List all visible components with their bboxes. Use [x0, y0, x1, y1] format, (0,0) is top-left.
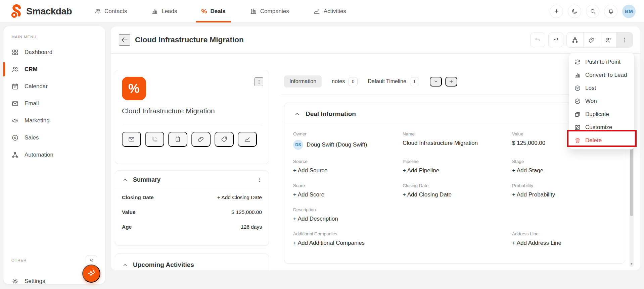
sidebar-collapse-button[interactable]: [86, 255, 97, 265]
deal-information-title: Deal Information: [306, 110, 356, 118]
undo-button[interactable]: [530, 33, 545, 47]
brand-logo[interactable]: Smackdab: [10, 4, 72, 18]
chevrons-left-icon: [89, 257, 94, 263]
nav-companies-label: Companies: [260, 8, 289, 15]
network-icon: [11, 151, 19, 159]
search-button[interactable]: [586, 5, 599, 18]
nav-deals-label: Deals: [210, 8, 225, 15]
sync-icon: [574, 59, 581, 65]
field-label: Pipeline: [403, 159, 507, 164]
activities-icon: [313, 8, 320, 15]
chart-action-button[interactable]: [238, 132, 257, 147]
add-button[interactable]: [550, 5, 563, 18]
notes-action-button[interactable]: [168, 132, 187, 147]
add-pipeline-link[interactable]: + Add Pipeline: [403, 167, 507, 174]
chevron-down-icon: [433, 79, 439, 84]
user-avatar[interactable]: BM: [622, 5, 636, 18]
add-stage-link[interactable]: + Add Stage: [512, 167, 616, 174]
menu-item-won[interactable]: Won: [569, 95, 634, 108]
attach-button[interactable]: [583, 33, 600, 47]
divider: [122, 126, 262, 126]
more-actions-button[interactable]: [616, 33, 633, 47]
collapse-section-icon[interactable]: [122, 177, 128, 183]
menu-item-delete[interactable]: Delete: [569, 134, 634, 147]
field-probability: Probability + Add Probability: [512, 183, 616, 198]
scrollbar-thumb[interactable]: [630, 148, 633, 216]
field-label: Name: [403, 131, 507, 136]
dark-mode-button[interactable]: [568, 5, 581, 18]
sidebar-item-calendar[interactable]: 12 Calendar: [11, 78, 97, 95]
field-label: Stage: [512, 159, 616, 164]
menu-item-label: Won: [585, 98, 597, 105]
add-source-link[interactable]: + Add Source: [293, 167, 397, 174]
menu-item-lost[interactable]: Lost: [569, 81, 634, 95]
field-address-line: Address Line + Add Address Line: [512, 231, 616, 246]
menu-item-label: Push to iPoint: [585, 59, 620, 65]
people-icon: [11, 66, 19, 73]
email-action-button[interactable]: [122, 132, 141, 147]
add-probability-link[interactable]: + Add Probability: [512, 191, 616, 198]
menu-item-duplicate[interactable]: Duplicate: [569, 108, 634, 121]
notifications-button[interactable]: [604, 5, 617, 18]
tab-notes[interactable]: notes 0: [332, 77, 358, 86]
sidebar-item-label: Dashboard: [25, 49, 52, 56]
scrollbar-down-arrow[interactable]: ▼: [630, 262, 634, 266]
sidebar-item-crm[interactable]: CRM: [11, 61, 97, 78]
ai-assistant-fab[interactable]: [82, 265, 100, 283]
notepad-icon: [174, 136, 181, 143]
sidebar-item-marketing[interactable]: Marketing: [11, 112, 97, 129]
add-closing-date-link[interactable]: + Add Closing Date: [403, 191, 507, 198]
field-pipeline: Pipeline + Add Pipeline: [403, 159, 507, 174]
add-address-line-link[interactable]: + Add Address Line: [512, 240, 616, 246]
hierarchy-button[interactable]: [567, 33, 583, 47]
nav-contacts[interactable]: Contacts: [93, 0, 128, 22]
attachment-action-button[interactable]: [191, 132, 211, 147]
add-score-link[interactable]: + Add Score: [293, 191, 397, 198]
add-person-button[interactable]: [600, 33, 616, 47]
tag-action-button[interactable]: [215, 132, 234, 147]
gear-icon: [11, 278, 19, 285]
collapse-section-icon[interactable]: [122, 262, 128, 268]
redo-button[interactable]: [548, 33, 563, 47]
add-description-link[interactable]: + Add Description: [293, 216, 397, 222]
nav-leads[interactable]: Leads: [150, 0, 178, 22]
add-closing-date-link[interactable]: + Add Closing Date: [217, 194, 262, 200]
nav-companies[interactable]: Companies: [248, 0, 290, 22]
redo-icon: [552, 37, 559, 44]
nav-activities[interactable]: Activities: [312, 0, 348, 22]
field-label: Closing Date: [403, 183, 507, 188]
nav-deals[interactable]: % Deals: [200, 0, 227, 22]
tabs-dropdown-button[interactable]: [430, 77, 442, 86]
paperclip-icon: [197, 136, 204, 143]
add-additional-companies-link[interactable]: + Add Additional Companies: [293, 240, 397, 246]
page-title: Cloud Infrastructure Migration: [135, 36, 244, 44]
back-button[interactable]: [119, 34, 130, 46]
sidebar-item-sales[interactable]: $ Sales: [11, 129, 97, 146]
nav-contacts-label: Contacts: [104, 8, 127, 15]
add-tab-button[interactable]: [445, 77, 457, 86]
navbar-actions: BM: [550, 5, 636, 18]
summary-value: 126 days: [241, 224, 262, 230]
sidebar-item-dashboard[interactable]: Dashboard: [11, 44, 97, 61]
sidebar-item-email[interactable]: Email: [11, 95, 97, 112]
tab-information[interactable]: Information: [284, 75, 322, 88]
field-closing-date: Closing Date + Add Closing Date: [403, 183, 507, 198]
owner-value[interactable]: Doug Swift (Doug Swift): [307, 141, 367, 148]
page-header: Cloud Infrastructure Migration: [111, 26, 640, 54]
tab-default-timeline[interactable]: Default Timeline 1: [368, 77, 419, 86]
field-source: Source + Add Source: [293, 159, 397, 174]
call-action-button[interactable]: [145, 132, 164, 147]
profile-card-menu-button[interactable]: [255, 77, 263, 86]
menu-item-convert-to-lead[interactable]: Convert To Lead: [569, 68, 634, 81]
summary-row-age: Age 126 days: [122, 220, 262, 234]
svg-text:12: 12: [14, 86, 16, 88]
name-value[interactable]: Cloud Infrastructure Migration: [403, 140, 507, 147]
menu-item-push-to-ipoint[interactable]: Push to iPoint: [569, 55, 634, 68]
menu-item-customize[interactable]: Customize: [569, 121, 634, 134]
collapse-section-icon[interactable]: [294, 111, 301, 117]
field-additional-companies: Additional Companies + Add Additional Co…: [293, 231, 397, 246]
summary-menu-button[interactable]: [256, 177, 263, 183]
quick-actions: [122, 132, 262, 147]
sidebar-item-automation[interactable]: Automation: [11, 146, 97, 163]
timeline-count-badge: 1: [410, 77, 419, 86]
